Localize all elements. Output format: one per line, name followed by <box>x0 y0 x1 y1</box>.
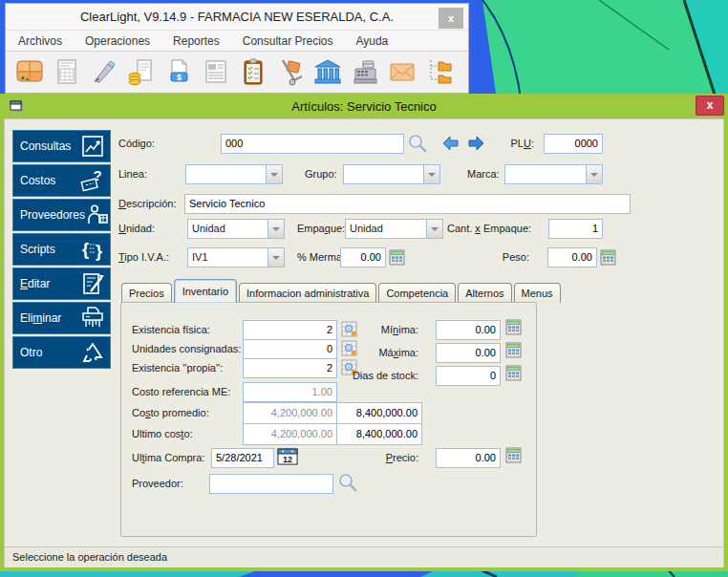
linea-select[interactable] <box>185 164 283 184</box>
unidades-consignadas-label: Unidades consignadas: <box>132 343 241 354</box>
costo-referencia-input[interactable]: 1.00 <box>243 382 337 402</box>
codigo-input[interactable]: 000 <box>221 134 404 154</box>
menu-operaciones[interactable]: Operaciones <box>85 34 150 48</box>
maxima-label: Máxima: <box>334 347 418 358</box>
picture-icon[interactable] <box>15 57 44 86</box>
menu-reportes[interactable]: Reportes <box>173 34 220 48</box>
chevron-down-icon <box>423 165 439 183</box>
tab-informacion-administrativa[interactable]: Informacion administrativa <box>239 283 376 303</box>
folder-tree-icon[interactable] <box>425 57 454 86</box>
unidades-consignadas-input[interactable]: 0 <box>243 339 337 359</box>
codigo-label: Código: <box>118 138 155 149</box>
arrow-right-icon[interactable] <box>466 135 485 152</box>
sidebar-button-proveedores[interactable]: Proveedores <box>12 199 111 231</box>
minima-label: Mínima: <box>334 324 418 335</box>
linea-value <box>186 165 266 183</box>
linea-label: Linea: <box>118 168 147 180</box>
plu-input[interactable]: 0000 <box>544 134 603 154</box>
precio-label: Precio: <box>334 452 418 463</box>
peso-input[interactable]: 0.00 <box>547 247 597 267</box>
sidebar-button-consultas[interactable]: Consultas <box>12 130 111 162</box>
cash-register-icon[interactable] <box>351 57 379 86</box>
menu-archivos[interactable]: Archivos <box>18 34 62 48</box>
costo-promedio-label: Costo promedio: <box>132 407 209 418</box>
search-icon[interactable] <box>337 472 360 495</box>
sidebar-button-eliminar[interactable]: Eliminar <box>12 302 111 334</box>
calculator-icon[interactable] <box>600 249 616 266</box>
pen-icon[interactable] <box>90 57 118 86</box>
calendar-icon[interactable]: 12 <box>276 445 301 468</box>
cant-empaque-input[interactable]: 1 <box>548 219 603 239</box>
menu-ayuda[interactable]: Ayuda <box>355 34 388 48</box>
window-icon <box>10 98 25 114</box>
svg-text:$: $ <box>177 73 182 82</box>
chevron-down-icon <box>266 165 282 183</box>
spreadsheet-document-icon[interactable] <box>53 57 81 86</box>
calculator-icon[interactable] <box>505 447 522 463</box>
dialog-title-text: Artículos: Servicio Tecnico <box>291 99 437 114</box>
chart-icon <box>80 134 105 159</box>
dias-stock-label: Dias de stock: <box>334 370 418 381</box>
dialog-close-button[interactable]: x <box>696 96 724 116</box>
sidebar-label: Proveedores <box>20 208 85 222</box>
menu-consultar-precios[interactable]: Consultar Precios <box>243 34 333 48</box>
merma-input[interactable]: 0.00 <box>340 247 386 267</box>
empaque-value: Unidad <box>346 220 426 238</box>
dias-stock-input[interactable]: 0 <box>436 366 501 386</box>
merma-label: % Merma: <box>297 251 345 263</box>
proveedor-input[interactable] <box>209 474 333 494</box>
grupo-select[interactable] <box>343 164 440 184</box>
tab-menus[interactable]: Menus <box>514 283 561 303</box>
sidebar-button-costos[interactable]: Costos ? <box>12 164 111 197</box>
sidebar-label: Costos <box>20 174 55 187</box>
toolbar: $ <box>6 52 468 92</box>
existencia-propia-input[interactable]: 2 <box>243 358 337 378</box>
calculator-icon[interactable] <box>389 249 405 266</box>
calculator-icon[interactable] <box>505 319 522 335</box>
tab-precios[interactable]: Precios <box>121 283 172 303</box>
empaque-select[interactable]: Unidad <box>345 219 443 239</box>
ultima-compra-input[interactable]: 5/28/2021 <box>211 448 274 468</box>
price-document-icon[interactable]: $ <box>164 57 193 86</box>
coins-document-icon[interactable] <box>127 57 156 86</box>
newspaper-icon[interactable] <box>202 57 230 86</box>
costo-promedio-me-cell: 4,200,000.00 <box>243 402 337 424</box>
tab-alternos[interactable]: Alternos <box>458 283 511 303</box>
descripcion-input[interactable]: Servicio Tecnico <box>184 194 631 214</box>
svg-text:12: 12 <box>283 455 292 464</box>
hand-truck-icon[interactable] <box>276 57 305 86</box>
svg-text:}: } <box>96 242 102 261</box>
sidebar-button-otro[interactable]: Otro <box>12 336 111 369</box>
unidad-label: Unidad: <box>118 223 155 234</box>
tab-competencia[interactable]: Competencia <box>378 283 456 303</box>
precio-input[interactable]: 0.00 <box>436 448 501 468</box>
sidebar-button-scripts[interactable]: Scripts {} <box>12 233 111 266</box>
tab-inventario[interactable]: Inventario <box>174 279 237 303</box>
maxima-input[interactable]: 0.00 <box>436 343 501 363</box>
existencia-fisica-label: Existencia física: <box>132 324 210 335</box>
minima-input[interactable]: 0.00 <box>436 320 501 340</box>
calculator-icon[interactable] <box>505 365 522 381</box>
chevron-down-icon <box>268 220 284 238</box>
envelope-icon[interactable] <box>388 57 417 86</box>
empaque-label: Empaque: <box>297 223 345 234</box>
costo-promedio-local-cell: 8,400,000.00 <box>336 402 422 424</box>
sidebar-button-editar[interactable]: Editar <box>12 267 111 300</box>
calculator-icon[interactable] <box>505 342 522 358</box>
tipo-iva-value: IV1 <box>188 248 268 267</box>
search-icon[interactable] <box>407 133 430 156</box>
marca-select[interactable] <box>504 164 603 184</box>
ultimo-costo-me-cell: 4,200,000.00 <box>243 423 337 445</box>
tab-bar: Precios Inventario Informacion administr… <box>121 276 563 303</box>
dialog-titlebar: Artículos: Servicio Tecnico x <box>4 94 724 118</box>
menu-bar: Archivos Operaciones Reportes Consultar … <box>6 30 468 52</box>
checklist-clipboard-icon[interactable] <box>239 57 268 86</box>
sidebar-label: Scripts <box>20 243 55 256</box>
sidebar-label: Otro <box>20 346 42 359</box>
arrow-left-icon[interactable] <box>441 135 460 152</box>
app-close-button[interactable]: x <box>439 8 463 29</box>
tipo-iva-select[interactable]: IV1 <box>187 247 285 267</box>
existencia-fisica-input[interactable]: 2 <box>243 320 337 340</box>
unidad-select[interactable]: Unidad <box>187 219 285 239</box>
bank-icon[interactable] <box>313 57 342 86</box>
